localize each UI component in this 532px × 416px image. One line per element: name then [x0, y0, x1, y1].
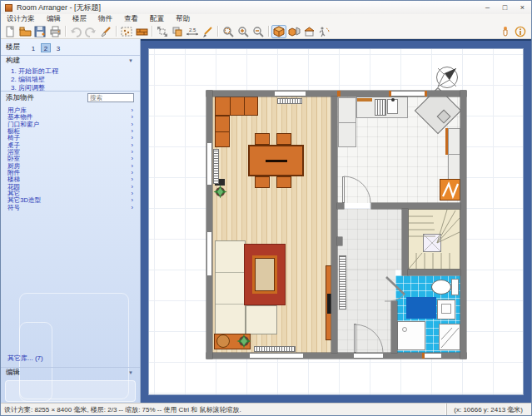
room-hallway[interactable]	[337, 209, 402, 270]
minimize-button[interactable]: –	[479, 1, 496, 14]
radiator-left[interactable]	[213, 149, 219, 184]
sofa-white-corner[interactable]	[246, 305, 277, 334]
wall-outer-right[interactable]	[460, 91, 466, 359]
duplicate-object-button[interactable]	[170, 25, 185, 38]
floor-pattern-button[interactable]	[119, 25, 134, 38]
floor-tab-2[interactable]: 2	[41, 43, 51, 52]
wall-bath-top[interactable]	[408, 270, 460, 275]
build-step-edit-walls[interactable]: 2. 编辑墙壁	[11, 76, 58, 84]
other-libraries-link[interactable]: 其它库... (7)	[7, 354, 43, 363]
pointer-mode-button[interactable]	[498, 25, 513, 38]
window-kitchen-top[interactable]	[391, 91, 425, 97]
show-3d-objects-button[interactable]	[286, 25, 301, 38]
compass-icon[interactable]	[430, 61, 464, 94]
wall-interior-vertical[interactable]	[331, 97, 337, 353]
print-button[interactable]	[47, 25, 62, 38]
category-bathroom[interactable]: 浴室›	[1, 149, 140, 156]
wall-stairs-left[interactable]	[402, 209, 408, 275]
kitchen-cabinet-right[interactable]	[448, 128, 460, 180]
window-left-upper[interactable]	[206, 143, 212, 185]
plant[interactable]	[213, 185, 227, 199]
entry-door-leaf[interactable]	[354, 324, 356, 353]
menu-config[interactable]: 配置	[144, 14, 170, 24]
category-stairs[interactable]: 楼梯›	[1, 176, 140, 183]
redo-button[interactable]	[83, 25, 98, 38]
toilet-tank[interactable]	[451, 279, 459, 295]
window-left-lower[interactable]	[206, 232, 212, 275]
save-button[interactable]	[32, 25, 47, 38]
stair-void[interactable]	[423, 234, 441, 252]
maximize-button[interactable]: □	[496, 1, 514, 14]
radiator-hall[interactable]	[339, 255, 346, 310]
window-top[interactable]	[275, 91, 306, 97]
sofa-white-long[interactable]	[215, 240, 246, 334]
category-cabinets[interactable]: 橱柜›	[1, 128, 140, 135]
menu-edit[interactable]: 编辑	[41, 14, 67, 24]
dining-table[interactable]	[248, 145, 304, 176]
washing-machine[interactable]	[439, 324, 460, 350]
build-section-header[interactable]: 构建 ▼	[1, 55, 140, 66]
wall-bath-left[interactable]	[391, 301, 397, 353]
floor-tab-3[interactable]: 3	[53, 43, 63, 52]
category-kitchen[interactable]: 厨房›	[1, 163, 140, 170]
view-3d-button[interactable]	[271, 25, 286, 38]
collapse-arrow-icon[interactable]: ▼	[128, 58, 133, 63]
sideboard-l-top[interactable]	[215, 97, 258, 116]
bath-mat[interactable]	[406, 297, 436, 319]
menu-design[interactable]: 设计方案	[1, 14, 41, 24]
wall-outer-left[interactable]	[206, 91, 212, 359]
radiator-top[interactable]	[277, 98, 302, 104]
collapse-arrow-icon[interactable]: ▼	[128, 370, 133, 375]
dimensions-button[interactable]: 2.5	[185, 25, 200, 38]
category-doors-windows[interactable]: 门口和窗户›	[1, 121, 140, 128]
drawing-page[interactable]	[148, 48, 524, 395]
undo-button[interactable]	[68, 25, 83, 38]
new-file-button[interactable]	[2, 25, 17, 38]
floor-tab-1[interactable]: 1	[28, 43, 38, 52]
draw-design-button[interactable]	[200, 25, 215, 38]
kitchen-door-leaf[interactable]	[342, 176, 345, 203]
window-bottom[interactable]	[250, 353, 303, 359]
dining-chair[interactable]	[255, 176, 270, 188]
entry-door-opening[interactable]	[354, 353, 383, 359]
walk-through-button[interactable]	[316, 25, 331, 38]
open-project-button[interactable]	[17, 25, 32, 38]
close-button[interactable]: ×	[514, 1, 531, 14]
coffee-table[interactable]	[252, 255, 277, 294]
wall-tiles-button[interactable]	[134, 25, 149, 38]
dining-chair[interactable]	[276, 176, 291, 188]
wall-kitchen-hall[interactable]	[337, 203, 344, 209]
category-other-3d[interactable]: 其它3D造型›	[1, 197, 140, 204]
wall-pilaster[interactable]	[337, 237, 342, 245]
category-tables[interactable]: 桌子›	[1, 142, 140, 149]
zoom-out-button[interactable]	[251, 25, 266, 38]
appliance-zigzag[interactable]	[440, 179, 460, 201]
plant[interactable]	[236, 334, 251, 349]
format-brush-button[interactable]	[98, 25, 113, 38]
category-accessories[interactable]: 附件›	[1, 170, 140, 176]
about-info-button[interactable]	[513, 25, 528, 38]
wall-outer-top[interactable]	[206, 91, 466, 97]
menu-help[interactable]: 帮助	[170, 14, 196, 24]
radiator-bottom[interactable]	[254, 346, 296, 352]
resize-object-button[interactable]	[155, 25, 170, 38]
edit-section-header[interactable]: 编辑 ▼	[1, 367, 140, 378]
category-bedroom[interactable]: 卧室›	[1, 156, 140, 162]
category-garden[interactable]: 花园›	[1, 184, 140, 191]
zoom-in-button[interactable]	[236, 25, 251, 38]
kitchen-cabinet-left[interactable]	[338, 97, 356, 147]
dining-chair[interactable]	[255, 133, 270, 145]
category-chairs[interactable]: 椅子›	[1, 135, 140, 141]
floor-plan[interactable]	[206, 91, 466, 359]
dining-chair[interactable]	[276, 133, 291, 145]
kitchen-sink[interactable]	[387, 99, 398, 114]
zoom-to-selection-button[interactable]	[221, 25, 236, 38]
sideboard-l-side[interactable]	[215, 116, 230, 147]
round-side-table[interactable]	[216, 334, 230, 348]
window-bathroom[interactable]	[425, 353, 441, 359]
sink-drainer[interactable]	[375, 99, 386, 116]
menu-floor[interactable]: 楼层	[67, 14, 92, 24]
build-step-new-project[interactable]: 1. 开始新的工程	[11, 67, 58, 76]
menu-object[interactable]: 物件	[92, 14, 118, 24]
house-3d-button[interactable]	[301, 25, 316, 38]
